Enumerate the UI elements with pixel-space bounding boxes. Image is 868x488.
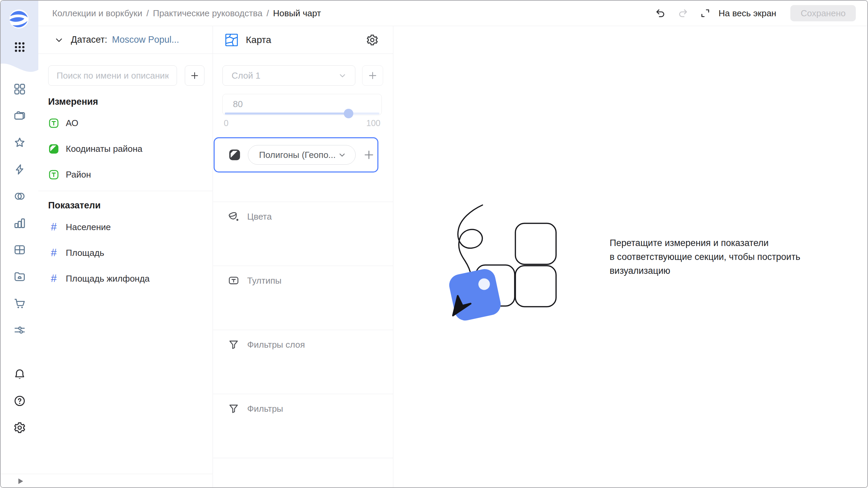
empty-state-hint: Перетащите измерения и показатели в соот… <box>610 236 800 278</box>
measures-list: # Население # Площадь # Площадь жилфонда <box>38 214 213 291</box>
number-field-icon: # <box>48 221 59 233</box>
field-search-input[interactable] <box>48 65 177 86</box>
breadcrumb-collections[interactable]: Коллекции и воркбуки <box>52 8 142 19</box>
opacity-scale-labels: 0 100 <box>222 118 382 128</box>
settings-gear-icon[interactable] <box>13 421 26 434</box>
dimension-row-ao[interactable]: АО <box>38 110 213 136</box>
dataset-collapse-chevron-icon[interactable] <box>55 36 63 44</box>
expand-play-icon[interactable] <box>16 476 25 486</box>
opacity-slider-track[interactable] <box>225 113 379 115</box>
opacity-slider-knob[interactable] <box>344 109 353 118</box>
opacity-max-label: 100 <box>366 118 380 128</box>
chevron-down-icon <box>338 150 347 159</box>
add-field-button[interactable] <box>185 65 204 86</box>
panel-divider <box>213 458 393 488</box>
breadcrumb-separator: / <box>146 8 149 19</box>
number-field-icon: # <box>48 272 59 285</box>
help-question-icon[interactable] <box>13 394 26 407</box>
visualization-header: Карта <box>213 26 393 54</box>
field-label: АО <box>66 118 78 128</box>
notifications-bell-icon[interactable] <box>13 368 26 381</box>
dataset-label: Датасет: <box>71 35 107 45</box>
charts-bars-icon[interactable] <box>13 217 26 229</box>
services-tune-icon[interactable] <box>13 324 26 337</box>
left-panel-footer <box>1 474 213 488</box>
apps-grid-icon[interactable] <box>13 40 26 54</box>
visualization-panel: Карта Слой 1 <box>213 26 393 488</box>
collections-folders-icon[interactable] <box>13 109 26 122</box>
section-filters[interactable]: Фильтры <box>213 394 393 458</box>
add-layer-button[interactable] <box>362 65 383 86</box>
undo-button[interactable] <box>654 7 667 20</box>
editor-lightning-icon[interactable] <box>13 163 26 176</box>
connections-venn-icon[interactable] <box>13 190 26 203</box>
layer-row: Слой 1 <box>222 65 383 86</box>
dimension-row-coords[interactable]: Коодинаты района <box>38 136 213 162</box>
field-label: Район <box>66 169 91 180</box>
number-field-icon: # <box>48 247 59 259</box>
measure-row-population[interactable]: # Население <box>38 214 213 240</box>
geopolygon-field-icon <box>48 143 59 155</box>
geotype-select-value: Полигоны (Геопо... <box>259 150 338 160</box>
measure-row-housing-area[interactable]: # Площадь жилфонда <box>38 266 213 291</box>
field-label: Площадь жилфонда <box>66 273 150 284</box>
header-actions: На весь экран Сохранено <box>654 5 856 21</box>
files-folder-icon[interactable] <box>13 270 26 283</box>
string-field-icon <box>48 118 59 129</box>
chart-settings-gear-icon[interactable] <box>366 34 379 46</box>
geopolygon-icon <box>228 148 241 161</box>
field-search-row <box>48 65 204 86</box>
chart-canvas: Перетащите измерения и показатели в соот… <box>393 26 868 488</box>
redo-button[interactable] <box>676 7 689 20</box>
marketplace-cart-icon[interactable] <box>13 297 26 310</box>
paint-bucket-icon <box>228 211 239 222</box>
top-header: Коллекции и воркбуки / Практические руко… <box>38 1 868 26</box>
add-geofield-button[interactable] <box>362 148 375 161</box>
fullscreen-expand-icon[interactable] <box>699 7 712 20</box>
workbooks-grid-icon[interactable] <box>13 83 26 96</box>
favorites-star-icon[interactable] <box>13 136 26 149</box>
hint-line: визуализацию <box>610 264 800 278</box>
string-field-icon <box>48 169 59 180</box>
layer-select[interactable]: Слой 1 <box>222 65 355 86</box>
breadcrumb-separator: / <box>267 8 269 19</box>
section-label: Фильтры слоя <box>247 339 305 350</box>
funnel-icon <box>228 339 239 350</box>
save-button[interactable]: Сохранено <box>790 5 856 21</box>
field-label: Площадь <box>66 248 104 258</box>
layer-opacity-control <box>222 94 382 115</box>
dimensions-list: АО Коодинаты района Район <box>38 110 213 187</box>
tooltip-icon <box>228 275 239 286</box>
dimension-row-district[interactable]: Район <box>38 162 213 187</box>
layer-select-value: Слой 1 <box>232 70 338 81</box>
panel-divider <box>38 191 213 191</box>
field-label: Коодинаты района <box>66 144 142 154</box>
opacity-min-label: 0 <box>224 118 229 128</box>
section-tooltips[interactable]: Тултипы <box>213 266 393 330</box>
empty-state-illustration <box>448 204 557 322</box>
section-colors[interactable]: Цвета <box>213 202 393 266</box>
fullscreen-label[interactable]: На весь экран <box>718 8 776 19</box>
opacity-value-input[interactable] <box>233 99 274 109</box>
funnel-icon <box>228 403 239 414</box>
dashboards-table-icon[interactable] <box>13 243 26 256</box>
section-label: Фильтры <box>247 403 283 414</box>
opacity-slider-fill <box>225 113 349 115</box>
section-label: Тултипы <box>247 275 281 286</box>
dataset-selector-row: Датасет: Moscow Popul... <box>38 26 213 54</box>
datalens-logo[interactable] <box>9 9 29 29</box>
sidebar-bottom-nav <box>1 368 38 434</box>
section-layer-filters[interactable]: Фильтры слоя <box>213 330 393 394</box>
field-label: Население <box>66 222 111 232</box>
geotype-select[interactable]: Полигоны (Геопо... <box>248 145 356 165</box>
sidebar-nav <box>1 83 38 337</box>
left-sidebar <box>1 1 38 488</box>
app-window: Коллекции и воркбуки / Практические руко… <box>0 0 868 488</box>
breadcrumb-guides[interactable]: Практические руководства <box>153 8 262 19</box>
dataset-name-link[interactable]: Moscow Popul... <box>112 35 179 45</box>
geotype-section-highlighted[interactable]: Полигоны (Геопо... <box>214 137 378 172</box>
breadcrumb: Коллекции и воркбуки / Практические руко… <box>52 8 321 19</box>
measure-row-area[interactable]: # Площадь <box>38 240 213 266</box>
section-label: Цвета <box>247 211 272 222</box>
map-visualization-icon[interactable] <box>225 33 238 47</box>
